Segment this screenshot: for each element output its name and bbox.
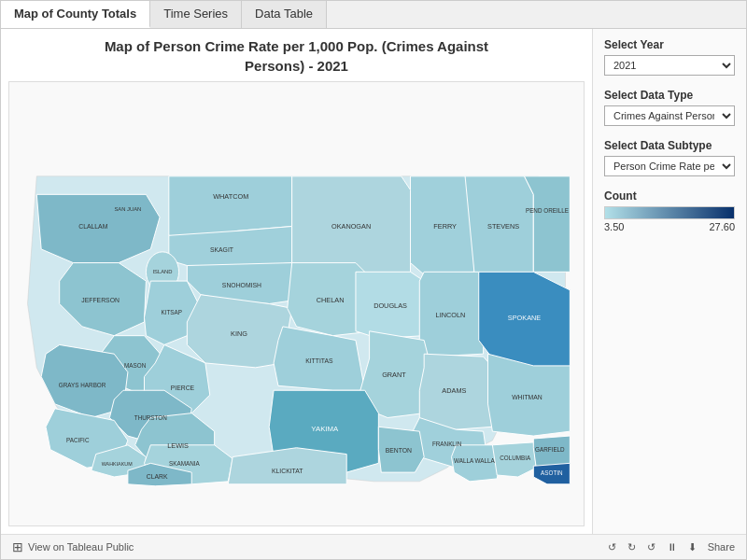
bottom-bar-right: ↺ ↻ ↺ ⏸ ⬇ Share: [608, 541, 735, 553]
svg-text:LINCOLN: LINCOLN: [436, 311, 466, 319]
svg-text:SAN JUAN: SAN JUAN: [114, 206, 141, 212]
svg-text:ASOTIN: ASOTIN: [541, 469, 563, 476]
share-icon[interactable]: Share: [708, 541, 735, 553]
pause-icon[interactable]: ⏸: [667, 541, 677, 553]
tab-bar: Map of County Totals Time Series Data Ta…: [1, 1, 746, 29]
svg-text:GARFIELD: GARFIELD: [535, 446, 565, 453]
svg-text:KITTITAS: KITTITAS: [305, 357, 333, 364]
legend-min: 3.50: [604, 221, 624, 232]
washington-map: WHATCOM SAN JUAN SKAGIT ISLAND SNOHOMISH…: [9, 82, 584, 525]
svg-text:SKAGIT: SKAGIT: [210, 246, 234, 253]
data-type-select[interactable]: Crimes Against Persons Crimes Against Pr…: [604, 105, 735, 126]
map-container: WHATCOM SAN JUAN SKAGIT ISLAND SNOHOMISH…: [8, 81, 585, 526]
svg-text:LEWIS: LEWIS: [167, 441, 189, 450]
svg-text:WHITMAN: WHITMAN: [512, 394, 543, 400]
reset-icon[interactable]: ↺: [647, 541, 655, 553]
app-container: Map of County Totals Time Series Data Ta…: [0, 0, 747, 560]
svg-text:CLALLAM: CLALLAM: [78, 223, 107, 230]
svg-text:FRANKLIN: FRANKLIN: [432, 441, 462, 447]
svg-text:KING: KING: [231, 329, 247, 338]
bottom-bar-left: ⊞ View on Tableau Public: [12, 539, 134, 554]
svg-text:YAKIMA: YAKIMA: [311, 425, 339, 433]
data-subtype-select[interactable]: Person Crime Rate per ...: [604, 156, 735, 176]
svg-text:GRANT: GRANT: [382, 371, 406, 379]
bottom-bar: ⊞ View on Tableau Public ↺ ↻ ↺ ⏸ ⬇ Share: [1, 534, 746, 559]
svg-text:SPOKANE: SPOKANE: [508, 314, 541, 322]
svg-text:SNOHOMISH: SNOHOMISH: [222, 282, 261, 288]
view-on-tableau-link[interactable]: View on Tableau Public: [28, 541, 134, 553]
svg-text:THURSTON: THURSTON: [134, 414, 167, 421]
svg-text:MASON: MASON: [124, 362, 147, 369]
svg-text:COLUMBIA: COLUMBIA: [500, 455, 531, 461]
legend-max: 27.60: [709, 221, 735, 232]
svg-text:GRAYS HARBOR: GRAYS HARBOR: [59, 382, 106, 388]
svg-text:STEVENS: STEVENS: [487, 222, 519, 231]
svg-text:CLARK: CLARK: [147, 473, 168, 480]
data-type-control: Select Data Type Crimes Against Persons …: [604, 89, 735, 126]
map-title: Map of Person Crime Rate per 1,000 Pop. …: [8, 36, 585, 76]
undo-icon[interactable]: ↺: [608, 541, 616, 553]
svg-text:OKANOGAN: OKANOGAN: [331, 222, 371, 231]
svg-text:KLICKITAT: KLICKITAT: [272, 468, 303, 474]
legend-label: Count: [604, 189, 735, 203]
svg-text:WHATCOM: WHATCOM: [213, 192, 248, 201]
svg-text:PIERCE: PIERCE: [171, 385, 195, 391]
svg-text:KITSAP: KITSAP: [162, 309, 183, 315]
svg-text:SKAMANIA: SKAMANIA: [169, 460, 200, 467]
share-label: Share: [708, 541, 735, 553]
svg-text:ADAMS: ADAMS: [442, 386, 466, 395]
svg-text:PEND OREILLE: PEND OREILLE: [526, 207, 569, 214]
svg-text:JEFFERSON: JEFFERSON: [81, 297, 120, 303]
data-type-label: Select Data Type: [604, 89, 735, 102]
data-subtype-label: Select Data Subtype: [604, 139, 735, 152]
svg-text:DOUGLAS: DOUGLAS: [374, 301, 407, 310]
redo-icon[interactable]: ↻: [627, 541, 636, 553]
legend-color-bar: [604, 206, 735, 219]
legend-values: 3.50 27.60: [604, 221, 735, 232]
svg-text:PACIFIC: PACIFIC: [66, 437, 90, 443]
main-content: Map of Person Crime Rate per 1,000 Pop. …: [1, 29, 746, 534]
right-panel: Select Year 2021 2020 2019 2018 Select D…: [592, 29, 746, 534]
tab-map-county-totals[interactable]: Map of County Totals: [1, 1, 150, 28]
tableau-icon: ⊞: [12, 539, 23, 554]
svg-text:CHELAN: CHELAN: [317, 296, 345, 304]
download-icon[interactable]: ⬇: [688, 541, 697, 553]
map-area: Map of Person Crime Rate per 1,000 Pop. …: [1, 29, 592, 534]
year-label: Select Year: [604, 38, 735, 51]
svg-text:FERRY: FERRY: [433, 222, 457, 231]
year-select[interactable]: 2021 2020 2019 2018: [604, 55, 735, 76]
legend: Count 3.50 27.60: [604, 189, 735, 232]
svg-text:BENTON: BENTON: [386, 447, 412, 454]
tab-time-series[interactable]: Time Series: [150, 1, 242, 28]
data-subtype-control: Select Data Subtype Person Crime Rate pe…: [604, 139, 735, 176]
svg-text:WALLA WALLA: WALLA WALLA: [454, 457, 496, 464]
svg-text:ISLAND: ISLAND: [152, 269, 172, 274]
year-control: Select Year 2021 2020 2019 2018: [604, 38, 735, 76]
tab-data-table[interactable]: Data Table: [242, 1, 327, 28]
svg-text:WAHKIAKUM: WAHKIAKUM: [102, 461, 133, 467]
